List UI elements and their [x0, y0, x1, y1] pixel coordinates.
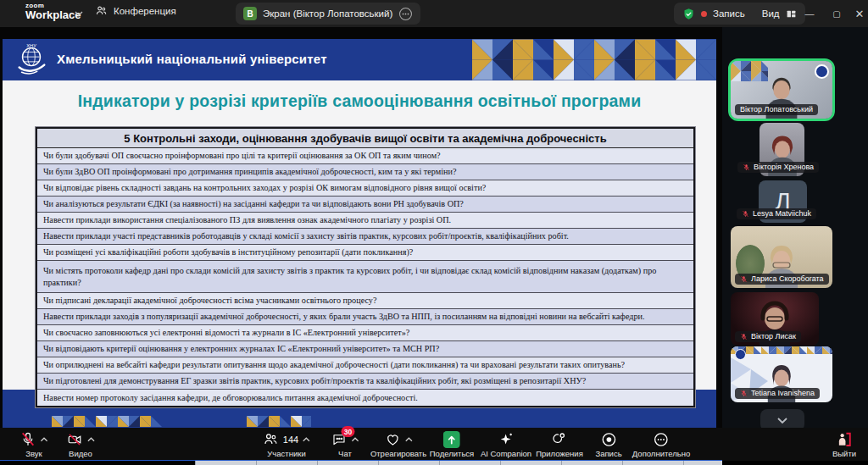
- record-icon: [600, 431, 617, 448]
- participant-name-label: Віктор Лисак: [735, 331, 801, 342]
- participant-name: Вікторія Хренова: [754, 163, 814, 171]
- chevron-up-icon[interactable]: [87, 437, 95, 442]
- university-logo-badge: [815, 64, 829, 79]
- close-button[interactable]: ✕: [851, 0, 868, 27]
- table-row: Навести приклади використання спеціалізо…: [37, 213, 693, 229]
- ai-companion-label: AI Companion: [481, 449, 531, 458]
- participant-name-label: Лариса Скоробогата: [735, 274, 829, 285]
- university-logo-text: ХНУ: [26, 43, 36, 48]
- shared-screen-area: ХНУ Хмельницький національний університе…: [0, 27, 722, 465]
- chat-button[interactable]: 30 Чат: [331, 430, 359, 458]
- chat-unread-badge: 30: [342, 426, 355, 437]
- participants-icon: [263, 431, 279, 447]
- minimize-icon: —: [805, 8, 815, 19]
- table-row: Чи своєчасно заповнюються усі електронні…: [37, 325, 693, 341]
- table-row: Чи розміщені усі кваліфікаційні роботи з…: [37, 245, 693, 261]
- tab-options-icon[interactable]: [398, 7, 413, 21]
- apps-button[interactable]: Приложения: [536, 430, 583, 458]
- more-ellipsis-icon: [653, 431, 670, 448]
- camera-muted-icon: [66, 432, 83, 447]
- table-row: Навести приклади участі представників ро…: [37, 229, 693, 245]
- triangle-mosaic-decoration: [52, 416, 164, 427]
- criteria-table: 5 Контрольні заходи, оцінювання здобувач…: [36, 127, 695, 407]
- minimize-button[interactable]: —: [797, 0, 822, 27]
- maximize-icon: ▢: [832, 9, 840, 19]
- table-row: Навести приклади заходів з популяризації…: [37, 309, 693, 325]
- participants-label: Участники: [267, 449, 305, 458]
- window-titlebar: zoom Workplace Конференция В Экран (Вікт…: [0, 0, 868, 27]
- table-row: Чи відповідає рівень складності завдань …: [37, 180, 693, 197]
- recording-dot-icon: [701, 11, 707, 17]
- university-logo-badge: [735, 349, 746, 360]
- leave-meeting-icon: [836, 431, 852, 447]
- background-window-sliver: [0, 461, 868, 465]
- record-label: Запись: [595, 449, 621, 458]
- video-label: Видео: [69, 449, 92, 458]
- participant-tile-tetiana-ivanishena[interactable]: Tetiana Ivanishena: [731, 346, 832, 402]
- heart-icon: [385, 432, 401, 447]
- mic-off-icon: [743, 163, 750, 171]
- mic-off-icon: [740, 333, 748, 340]
- audio-button[interactable]: Звук: [20, 430, 48, 458]
- ai-companion-button[interactable]: AI Companion: [481, 430, 531, 458]
- chevron-up-icon[interactable]: [352, 437, 359, 442]
- table-row: Чи аналізуються результати ЄДКІ (за наяв…: [37, 197, 693, 213]
- tab-meeting[interactable]: Конференция: [95, 4, 176, 17]
- chevron-down-icon[interactable]: [75, 10, 83, 17]
- apps-label: Приложения: [536, 449, 583, 458]
- table-row: Чи підписані декларації академічної добр…: [37, 293, 693, 309]
- chevron-up-icon[interactable]: [405, 437, 413, 442]
- triangle-mosaic-decoration: [731, 346, 832, 357]
- more-button[interactable]: Дополнительно: [632, 430, 690, 458]
- participants-button[interactable]: 144 Участники: [263, 430, 310, 458]
- chevron-up-icon[interactable]: [41, 437, 48, 442]
- zoom-workplace-logo[interactable]: zoom Workplace: [25, 3, 81, 20]
- react-label: Отреагировать: [370, 449, 426, 458]
- participant-name: Lesya Matviichuk: [753, 209, 811, 218]
- maximize-button[interactable]: ▢: [824, 0, 849, 27]
- ai-sparkle-icon: [498, 431, 514, 447]
- meeting-tab-label: Конференция: [114, 6, 176, 16]
- slide-header-band: ХНУ Хмельницький національний університе…: [3, 39, 716, 80]
- react-button[interactable]: Отреагировать: [370, 430, 426, 458]
- tab-shared-screen[interactable]: В Экран (Віктор Лопатовський): [236, 3, 420, 25]
- slide-title: Індикатори у розрізі критеріїв самооціню…: [3, 91, 716, 111]
- participant-tile-viktor-lopatovskyi[interactable]: Віктор Лопатовський: [731, 61, 832, 119]
- view-menu-label[interactable]: Вид: [762, 8, 780, 19]
- triangle-mosaic-decoration: [472, 39, 716, 80]
- presentation-slide: ХНУ Хмельницький національний університе…: [3, 39, 716, 428]
- participant-name-label: Вікторія Хренова: [737, 162, 819, 173]
- participant-name: Tetiana Ivanishena: [751, 389, 815, 397]
- chevron-up-icon[interactable]: [303, 437, 310, 442]
- participant-name: Віктор Лопатовський: [740, 105, 813, 113]
- mic-off-icon: [740, 275, 748, 283]
- apps-icon: [552, 431, 568, 447]
- security-shield-icon[interactable]: [682, 8, 695, 20]
- leave-label: Выйти: [832, 449, 856, 458]
- spreadsheet-cells-sliver: [195, 461, 722, 465]
- table-row: Чи відповідають критерії оцінювання у ел…: [37, 341, 693, 357]
- table-row: Чи підготовлені для демонстрування ЕГ зр…: [37, 374, 693, 390]
- participant-name: Лариса Скоробогата: [751, 274, 824, 283]
- view-layout-icon[interactable]: [786, 8, 797, 19]
- participant-tile-larysa-skorobohata[interactable]: Лариса Скоробогата: [731, 226, 832, 288]
- participant-tile-viktoriia-khrenova[interactable]: Вікторія Хренова: [760, 123, 804, 176]
- record-button[interactable]: Запись: [595, 430, 621, 458]
- share-tab-label: Экран (Віктор Лопатовський): [263, 8, 392, 19]
- meeting-status-pill: Запись Вид: [674, 3, 805, 25]
- meeting-toolbar: Звук Видео 144 Участники 30 Чат Отреагир…: [0, 428, 868, 461]
- table-header: 5 Контрольні заходи, оцінювання здобувач…: [37, 129, 693, 148]
- recording-status-label: Запись: [713, 8, 745, 19]
- share-screen-button[interactable]: Поделиться: [430, 430, 474, 458]
- video-button[interactable]: Видео: [66, 430, 95, 458]
- leave-button[interactable]: Выйти: [832, 430, 856, 458]
- participant-name-label: Tetiana Ivanishena: [735, 388, 820, 399]
- table-row: Чи оприлюднені на вебсайті кафедри резул…: [37, 357, 693, 374]
- participants-count: 144: [283, 435, 298, 445]
- table-row: Чи були здобувачі ОП своєчасно проінформ…: [37, 148, 693, 164]
- share-screen-icon: [443, 431, 460, 448]
- participant-tile-viktor-lysak[interactable]: Віктор Лисак: [731, 292, 819, 346]
- more-label: Дополнительно: [632, 449, 690, 458]
- participant-tile-lesya-matviichuk[interactable]: Л Lesya Matviichuk: [759, 180, 807, 223]
- university-logo-icon: ХНУ: [14, 42, 49, 77]
